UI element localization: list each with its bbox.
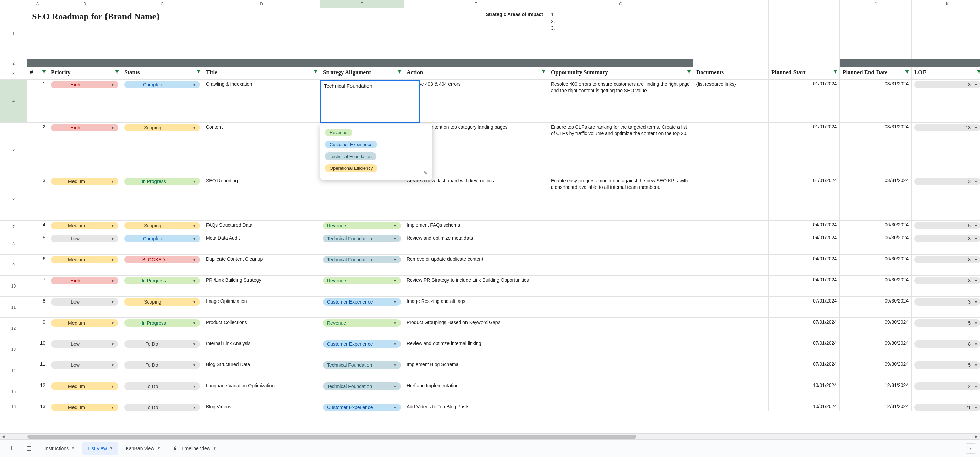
cell-planned-start[interactable]: 01/01/2024 [769,176,840,220]
cell-title[interactable]: PR /Link Building Strategy [203,275,320,296]
hdr-planned-end[interactable]: Planned End Date [840,67,912,79]
filter-icon[interactable] [41,69,47,76]
strategy-chip[interactable]: Technical Foundation▼ [323,235,401,242]
loe-chip[interactable]: 5▼ [914,319,980,326]
cell-title[interactable]: Blog Structured Data [203,360,320,381]
loe-chip[interactable]: 5▼ [914,222,980,229]
status-chip[interactable]: Complete▼ [124,81,200,89]
loe-chip[interactable]: 3▼ [914,298,980,306]
cell-planned-end[interactable]: 03/31/2024 [840,123,912,176]
cell-loe[interactable]: 21▼ [912,402,980,411]
cell-planned-end[interactable]: 06/30/2024 [840,220,912,233]
add-sheet-button[interactable]: + [4,441,19,455]
cell-status[interactable]: Scoping▼ [121,297,203,317]
cell-title[interactable]: SEO Reporting [203,176,320,220]
row-head-7[interactable]: 7 [0,220,27,233]
cell-status[interactable]: To Do▼ [121,381,203,402]
cell-status[interactable]: Scoping▼ [121,123,203,176]
cell-strategy[interactable]: Revenue▼ [320,220,404,233]
cell-planned-end[interactable]: 06/30/2024 [840,275,912,296]
col-head-D[interactable]: D [203,0,320,8]
row-head-6[interactable]: 6 [0,176,27,220]
cell-action[interactable]: Create a new dashboard with key metrics [404,176,548,220]
cell-loe[interactable]: 8▼ [912,339,980,360]
chevron-down-icon[interactable]: ▼ [213,446,216,450]
cell-planned-start[interactable]: 07/01/2024 [769,318,840,339]
filter-icon[interactable] [196,69,202,76]
loe-chip[interactable]: 21▼ [914,404,980,411]
cell-strategy[interactable]: Customer Experience▼ [320,339,404,360]
cell-num[interactable]: 7 [27,275,48,296]
cell-num[interactable]: 9 [27,318,48,339]
cell-loe[interactable]: 3▼ [912,80,980,122]
status-chip[interactable]: BLOCKED▼ [124,256,200,263]
cell-action[interactable]: Review and optimize meta data [404,233,548,254]
cell-loe[interactable]: 5▼ [912,220,980,233]
priority-chip[interactable]: High▼ [51,277,118,285]
cell-opportunity[interactable]: Enable easy progress monitoring against … [548,176,694,220]
strategic-areas-list[interactable]: 1.2.3. [548,8,694,59]
cell-planned-start[interactable]: 07/01/2024 [769,339,840,360]
row-head-15[interactable]: 15 [0,381,27,402]
loe-chip[interactable]: 2▼ [914,382,980,390]
priority-chip[interactable]: High▼ [51,124,118,131]
cell-priority[interactable]: High▼ [48,123,121,176]
priority-chip[interactable]: Low▼ [51,340,118,348]
filter-icon[interactable] [397,69,402,76]
grid-body[interactable]: 1 SEO Roadmap for {Brand Name} Strategic… [0,8,980,433]
hdr-status[interactable]: Status [121,67,203,79]
hdr-title[interactable]: Title [203,67,320,79]
all-sheets-button[interactable]: ☰ [21,441,37,455]
cell-documents[interactable] [694,176,769,220]
cell-status[interactable]: BLOCKED▼ [121,255,203,275]
row-head-16[interactable]: 16 [0,402,27,411]
hdr-priority[interactable]: Priority [48,67,121,79]
cell-strategy[interactable]: Customer Experience▼ [320,402,404,411]
cell-strategy[interactable]: Technical Foundation▼ [320,233,404,254]
loe-chip[interactable]: 13▼ [914,124,980,131]
cell-loe[interactable]: 3▼ [912,176,980,220]
priority-chip[interactable]: High▼ [51,81,118,89]
priority-chip[interactable]: Medium▼ [51,178,118,185]
scroll-right-icon[interactable]: ▶ [973,435,980,438]
cell-opportunity[interactable] [548,381,694,402]
cell-action[interactable]: Implement FAQs schema [404,220,548,233]
filter-icon[interactable] [976,69,980,76]
strategy-chip[interactable]: Technical Foundation▼ [323,361,401,369]
cell-loe[interactable]: 2▼ [912,381,980,402]
filter-icon[interactable] [833,69,838,76]
cell-priority[interactable]: Low▼ [48,233,121,254]
col-head-F[interactable]: F [404,0,548,8]
cell-num[interactable]: 6 [27,255,48,275]
hdr-action[interactable]: Action [404,67,548,79]
cell-loe[interactable]: 3▼ [912,297,980,317]
cell-opportunity[interactable]: Resolve 400 errors to ensure customers a… [548,80,694,122]
cell-opportunity[interactable] [548,220,694,233]
cell-priority[interactable]: Low▼ [48,339,121,360]
cell-planned-start[interactable]: 10/01/2024 [769,402,840,411]
cell-action[interactable]: Image Resizing and alt tags [404,297,548,317]
cell-action[interactable]: Product Groupings Based on Keyword Gaps [404,318,548,339]
cell-strategy[interactable]: Technical Foundation▼ [320,255,404,275]
cell-documents[interactable] [694,233,769,254]
pencil-icon[interactable]: ✎ [423,170,428,176]
strategy-chip[interactable]: Customer Experience▼ [323,404,401,411]
filter-icon[interactable] [904,69,910,76]
dropdown-option[interactable]: Revenue [325,129,352,137]
cell-J1[interactable] [840,8,912,59]
row-head-12[interactable]: 12 [0,318,27,339]
cell-planned-start[interactable]: 04/01/2024 [769,233,840,254]
cell-documents[interactable] [694,123,769,176]
cell-title[interactable]: Product Collections [203,318,320,339]
cell-opportunity[interactable] [548,339,694,360]
title-cell[interactable]: SEO Roadmap for {Brand Name} [27,8,404,59]
cell-planned-end[interactable]: 03/31/2024 [840,80,912,122]
cell-loe[interactable]: 3▼ [912,233,980,254]
strategy-chip[interactable]: Revenue▼ [323,222,401,229]
separator-left[interactable] [27,59,694,67]
cell-K1[interactable] [912,8,980,59]
cell-I2[interactable] [769,59,840,67]
cell-documents[interactable] [694,275,769,296]
status-chip[interactable]: To Do▼ [124,361,200,369]
row-head-3[interactable]: 3 [0,67,27,79]
